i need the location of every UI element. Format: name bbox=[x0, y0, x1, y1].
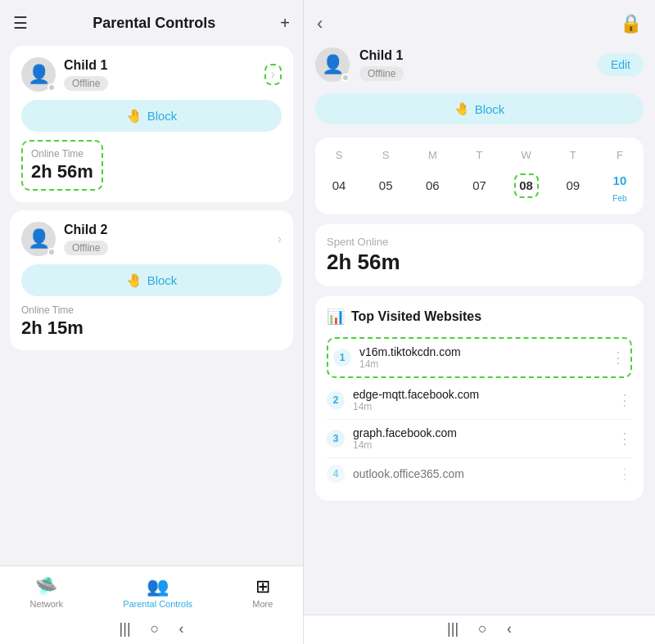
right-block-label: Block bbox=[475, 102, 505, 116]
right-sys-btn-recents[interactable]: ||| bbox=[447, 620, 458, 637]
child-1-online-time-box: Online Time 2h 56m bbox=[21, 140, 103, 191]
child-2-online-time: Online Time 2h 15m bbox=[21, 304, 282, 339]
child-2-block-label: Block bbox=[147, 273, 178, 287]
cal-day-w: W bbox=[514, 149, 539, 161]
site-3-name: graph.facebook.com bbox=[353, 426, 609, 439]
avatar-icon: 👤 bbox=[28, 64, 50, 85]
website-row-3[interactable]: 3 graph.facebook.com 14m ⋮ bbox=[327, 420, 632, 458]
page-title: Parental Controls bbox=[93, 15, 215, 32]
site-3-more-icon[interactable]: ⋮ bbox=[617, 430, 632, 448]
calendar-card: S S M T W T F 04 05 06 07 08 09 10 Feb bbox=[315, 137, 644, 214]
child-1-details: Child 1 Offline bbox=[64, 58, 108, 91]
child-1-status: Offline bbox=[64, 76, 108, 91]
nav-network[interactable]: 🛸 Network bbox=[17, 573, 76, 612]
children-list: 👤 Child 1 Offline › 🤚 Block Online Time bbox=[0, 39, 303, 565]
right-status-dot bbox=[341, 74, 350, 82]
child-profile-row: 👤 Child 1 Offline Edit bbox=[315, 47, 644, 82]
right-child-info: Child 1 Offline bbox=[359, 48, 588, 81]
add-button[interactable]: + bbox=[280, 14, 290, 33]
cal-date-08[interactable]: 08 bbox=[514, 173, 539, 198]
cal-date-04[interactable]: 04 bbox=[327, 173, 351, 198]
site-2-more-icon[interactable]: ⋮ bbox=[617, 391, 632, 409]
cal-date-05[interactable]: 05 bbox=[373, 173, 398, 198]
cal-date-10-wrapper: 10 Feb bbox=[608, 168, 632, 203]
calendar-days-header: S S M T W T F bbox=[327, 149, 632, 161]
sys-btn-recents[interactable]: ||| bbox=[120, 620, 131, 637]
site-rank-2: 2 bbox=[327, 391, 345, 409]
website-row-4[interactable]: 4 outlook.office365.com ⋮ bbox=[327, 458, 632, 489]
cal-date-09[interactable]: 09 bbox=[561, 173, 585, 198]
back-button[interactable]: ‹ bbox=[317, 13, 323, 34]
site-4-more-icon[interactable]: ⋮ bbox=[617, 465, 632, 483]
spent-card: Spent Online 2h 56m bbox=[315, 224, 644, 286]
child-2-online-time-label: Online Time bbox=[21, 304, 282, 316]
child-1-name: Child 1 bbox=[64, 58, 108, 73]
child-2-block-button[interactable]: 🤚 Block bbox=[21, 264, 282, 296]
right-sys-btn-home[interactable]: ○ bbox=[478, 620, 487, 637]
right-content: 👤 Child 1 Offline Edit 🤚 Block S S M T W… bbox=[304, 41, 655, 615]
child-2-name: Child 2 bbox=[64, 223, 108, 237]
website-row-2[interactable]: 2 edge-mqtt.facebook.com 14m ⋮ bbox=[327, 381, 632, 420]
left-system-bar: ||| ○ ‹ bbox=[0, 615, 303, 644]
right-panel: ‹ 🔒 👤 Child 1 Offline Edit 🤚 Block S S bbox=[304, 0, 655, 644]
spent-label: Spent Online bbox=[327, 236, 632, 248]
child-1-avatar: 👤 bbox=[21, 57, 56, 92]
websites-header: 📊 Top Visited Websites bbox=[327, 308, 632, 326]
right-child-name: Child 1 bbox=[359, 48, 588, 63]
cal-day-t1: T bbox=[467, 149, 491, 161]
cal-day-f: F bbox=[608, 149, 632, 161]
more-icon: ⊞ bbox=[255, 576, 270, 597]
website-row-1[interactable]: 1 v16m.tiktokcdn.com 14m ⋮ bbox=[327, 337, 632, 378]
nav-parental-label: Parental Controls bbox=[123, 599, 192, 609]
edit-button[interactable]: Edit bbox=[598, 53, 644, 76]
site-2-name: edge-mqtt.facebook.com bbox=[353, 388, 609, 401]
cal-day-s2: S bbox=[373, 149, 398, 161]
child-2-details: Child 2 Offline bbox=[64, 223, 108, 255]
sys-btn-home[interactable]: ○ bbox=[151, 620, 160, 637]
child-2-header: 👤 Child 2 Offline › bbox=[21, 222, 282, 256]
child-1-online-time-value: 2h 56m bbox=[31, 161, 93, 182]
site-3-time: 14m bbox=[353, 439, 609, 451]
right-sys-btn-back[interactable]: ‹ bbox=[507, 620, 512, 637]
parental-controls-icon: 👥 bbox=[147, 576, 169, 597]
child-1-info: 👤 Child 1 Offline bbox=[21, 57, 108, 92]
site-1-name: v16m.tiktokcdn.com bbox=[359, 345, 603, 358]
child-2-avatar: 👤 bbox=[21, 222, 56, 256]
left-header: ☰ Parental Controls + bbox=[0, 0, 303, 39]
websites-card: 📊 Top Visited Websites 1 v16m.tiktokcdn.… bbox=[315, 296, 644, 501]
left-bottom-nav: 🛸 Network 👥 Parental Controls ⊞ More bbox=[0, 565, 303, 615]
chevron-right-icon: › bbox=[271, 67, 275, 82]
nav-more-label: More bbox=[252, 599, 273, 609]
right-block-hand-icon: 🤚 bbox=[454, 101, 470, 116]
nav-parental-controls[interactable]: 👥 Parental Controls bbox=[110, 573, 206, 612]
right-avatar-icon: 👤 bbox=[322, 54, 344, 75]
block-hand-icon: 🤚 bbox=[126, 108, 142, 124]
status-dot-2 bbox=[47, 248, 56, 256]
child-1-block-button[interactable]: 🤚 Block bbox=[21, 100, 282, 132]
cal-date-06[interactable]: 06 bbox=[420, 173, 445, 198]
right-header: ‹ 🔒 bbox=[304, 0, 655, 41]
site-1-more-icon[interactable]: ⋮ bbox=[611, 349, 626, 367]
sys-btn-back[interactable]: ‹ bbox=[178, 620, 183, 637]
spent-value: 2h 56m bbox=[327, 250, 632, 275]
settings-icon[interactable]: 🔒 bbox=[620, 13, 642, 34]
site-rank-3: 3 bbox=[327, 430, 345, 448]
cal-date-07[interactable]: 07 bbox=[467, 173, 491, 198]
cal-day-t2: T bbox=[561, 149, 585, 161]
cal-date-10[interactable]: 10 bbox=[608, 168, 632, 192]
nav-network-label: Network bbox=[30, 599, 63, 609]
network-icon: 🛸 bbox=[35, 576, 57, 597]
menu-button[interactable]: ☰ bbox=[13, 13, 28, 33]
site-rank-1: 1 bbox=[333, 349, 351, 367]
site-4-name: outlook.office365.com bbox=[353, 467, 609, 480]
site-2-time: 14m bbox=[353, 401, 609, 412]
status-dot bbox=[47, 83, 56, 92]
site-3-info: graph.facebook.com 14m bbox=[353, 426, 609, 451]
child-2-status: Offline bbox=[64, 241, 108, 255]
chevron-right-icon-2: › bbox=[278, 232, 282, 246]
websites-title: Top Visited Websites bbox=[351, 309, 481, 324]
site-1-time: 14m bbox=[359, 358, 603, 370]
child-1-chevron-box[interactable]: › bbox=[264, 64, 282, 85]
right-block-button[interactable]: 🤚 Block bbox=[315, 93, 644, 124]
nav-more[interactable]: ⊞ More bbox=[239, 573, 286, 612]
